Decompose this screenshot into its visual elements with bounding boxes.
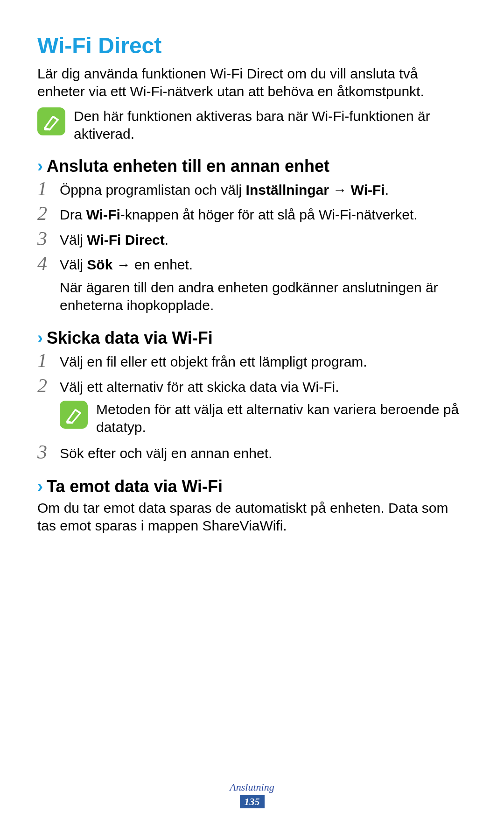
- step-number: 1: [37, 351, 60, 370]
- note-icon: [37, 107, 65, 135]
- step-number: 1: [37, 179, 60, 198]
- subheading-connect: › Ansluta enheten till en annan enhet: [37, 156, 467, 176]
- subheading-send: › Skicka data via Wi-Fi: [37, 328, 467, 348]
- step-number: 3: [37, 442, 60, 462]
- step-text: Välj Wi-Fi Direct.: [60, 229, 467, 249]
- step-2: 2 Välj ett alternativ för att skicka dat…: [37, 376, 467, 396]
- step-text: Öppna programlistan och välj Inställning…: [60, 179, 467, 199]
- step-text: Välj Sök → en enhet.: [60, 254, 467, 274]
- subheading-text: Ta emot data via Wi-Fi: [47, 477, 223, 496]
- chevron-icon: ›: [37, 158, 43, 175]
- step-subtext: När ägaren till den andra enheten godkän…: [60, 279, 467, 315]
- step-text: Dra Wi-Fi-knappen åt höger för att slå p…: [60, 204, 467, 224]
- step-text: Välj ett alternativ för att skicka data …: [60, 376, 467, 396]
- step-1: 1 Öppna programlistan och välj Inställni…: [37, 179, 467, 199]
- subheading-text: Skicka data via Wi-Fi: [47, 328, 213, 348]
- note-block: Den här funktionen aktiveras bara när Wi…: [37, 107, 467, 142]
- page-title: Wi-Fi Direct: [37, 33, 467, 58]
- chevron-icon: ›: [37, 478, 43, 495]
- note-block: Metoden för att välja ett alternativ kan…: [60, 401, 467, 436]
- subheading-text: Ansluta enheten till en annan enhet: [47, 156, 329, 176]
- step-number: 4: [37, 254, 60, 273]
- step-4: 4 Välj Sök → en enhet.: [37, 254, 467, 274]
- step-3: 3 Sök efter och välj en annan enhet.: [37, 442, 467, 462]
- step-3: 3 Välj Wi-Fi Direct.: [37, 229, 467, 249]
- note-text: Metoden för att välja ett alternativ kan…: [96, 401, 467, 436]
- intro-paragraph: Lär dig använda funktionen Wi-Fi Direct …: [37, 65, 467, 100]
- step-2: 2 Dra Wi-Fi-knappen åt höger för att slå…: [37, 204, 467, 224]
- footer-section-name: Anslutning: [0, 781, 504, 793]
- step-number: 3: [37, 229, 60, 248]
- note-text: Den här funktionen aktiveras bara när Wi…: [74, 107, 467, 142]
- paragraph: Om du tar emot data sparas de automatisk…: [37, 499, 467, 535]
- chevron-icon: ›: [37, 330, 43, 346]
- step-1: 1 Välj en fil eller ett objekt från ett …: [37, 351, 467, 371]
- page-footer: Anslutning 135: [0, 781, 504, 808]
- step-number: 2: [37, 376, 60, 396]
- note-icon: [60, 401, 88, 429]
- step-text: Sök efter och välj en annan enhet.: [60, 442, 467, 462]
- manual-page: Wi-Fi Direct Lär dig använda funktionen …: [0, 0, 504, 535]
- page-number: 135: [240, 795, 265, 808]
- step-number: 2: [37, 204, 60, 223]
- subheading-receive: › Ta emot data via Wi-Fi: [37, 477, 467, 496]
- step-text: Välj en fil eller ett objekt från ett lä…: [60, 351, 467, 371]
